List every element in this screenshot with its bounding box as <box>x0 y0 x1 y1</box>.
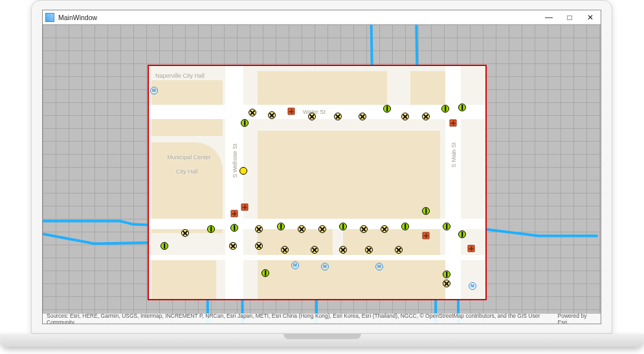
valve-icon <box>298 225 305 233</box>
laptop-hinge-notch <box>283 334 361 339</box>
laptop-frame: MainWindow — □ ✕ <box>31 0 612 334</box>
powered-by-text: Powered by Esri <box>558 313 597 324</box>
meter-icon <box>291 261 299 269</box>
valve-icon <box>308 113 316 120</box>
valve-icon <box>360 225 368 233</box>
valve-icon <box>395 246 403 254</box>
app-window: MainWindow — □ ✕ <box>42 10 601 324</box>
meter-icon <box>321 263 329 271</box>
valve-icon <box>401 113 409 120</box>
map-viewport[interactable]: Naperville City Hall Municipal Center Ci… <box>43 25 601 324</box>
valve-icon <box>229 242 237 250</box>
junction-icon <box>401 223 409 230</box>
junction-icon <box>422 207 430 215</box>
valve-icon <box>318 225 326 233</box>
titlebar: MainWindow — □ ✕ <box>43 10 601 25</box>
hydrant-icon <box>241 204 249 211</box>
hydrant-icon <box>423 232 430 239</box>
app-icon <box>45 13 54 22</box>
window-title: MainWindow <box>58 14 97 21</box>
minimize-button[interactable]: — <box>539 10 559 24</box>
meter-icon <box>375 263 383 271</box>
hydrant-icon <box>468 245 475 252</box>
junction-icon <box>443 271 450 278</box>
close-button[interactable]: ✕ <box>580 10 601 24</box>
valve-icon <box>181 229 189 237</box>
meter-icon <box>469 282 476 290</box>
valve-icon <box>255 225 263 233</box>
junction-icon <box>383 105 391 113</box>
valve-icon <box>334 113 342 120</box>
sources-text: Sources: Esri, HERE, Garmin, USGS, Inter… <box>47 313 558 324</box>
maximize-button[interactable]: □ <box>559 10 580 24</box>
fitting-icon <box>239 167 247 175</box>
junction-icon <box>458 230 466 238</box>
junction-icon <box>261 269 269 277</box>
valve-icon <box>381 225 388 233</box>
junction-icon <box>241 119 249 127</box>
junction-icon <box>339 223 347 230</box>
valve-icon <box>255 242 263 250</box>
meter-icon <box>150 87 158 94</box>
junction-icon <box>277 223 285 230</box>
junction-icon <box>443 223 450 230</box>
junction-icon <box>458 104 466 111</box>
valve-icon <box>443 280 450 287</box>
valve-icon <box>281 246 289 254</box>
valve-icon <box>359 113 366 120</box>
city-hall-label: Naperville City Hall <box>155 72 205 79</box>
junction-icon <box>207 225 215 233</box>
valve-icon <box>311 246 318 254</box>
laptop-base <box>0 334 644 347</box>
junction-icon <box>441 105 449 113</box>
valve-icon <box>422 113 430 120</box>
hydrant-icon <box>231 210 238 217</box>
hydrant-icon <box>450 120 457 127</box>
valve-icon <box>268 111 276 119</box>
valve-icon <box>249 109 256 116</box>
valve-icon <box>339 246 347 254</box>
junction-icon <box>161 242 168 250</box>
junction-icon <box>230 224 238 232</box>
map-clip-extent: Naperville City Hall Municipal Center Ci… <box>148 65 487 300</box>
hydrant-icon <box>288 108 295 115</box>
valve-icon <box>365 246 373 254</box>
attribution-bar: Sources: Esri, HERE, Garmin, USGS, Inter… <box>43 313 601 324</box>
window-controls: — □ ✕ <box>539 10 601 24</box>
